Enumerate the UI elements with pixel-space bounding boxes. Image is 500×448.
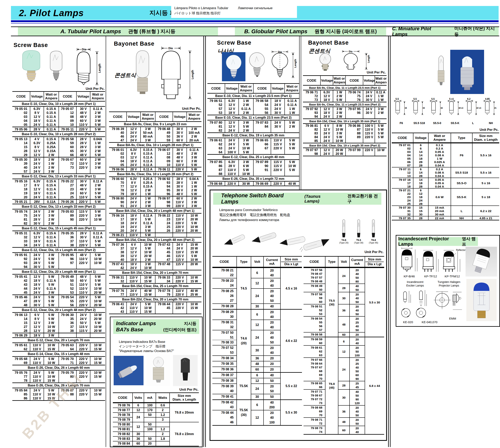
indicator-title: Indicator Lamps [116,320,156,327]
projector-diagram-kptf [421,249,440,274]
table-row: 69110 V10 W71220 V15 W [12,361,105,365]
table-row: 79 07 0160.1 AF65.5 x 16 [392,143,499,147]
b-screw-heading: Screw Base [217,39,251,46]
table-subheading: Base BA-15d, Clear, Dia, 20 x Length 48 … [109,208,202,214]
projector-lamps-box: Incandescent Projector Lamps 영사 램프 Refle… [396,235,500,327]
halogen-caption: Tungsten Halogen Projector Lamps [433,280,465,287]
svg-text:5.5: 5.5 [413,97,417,100]
table-row: 79 07 9212 V3 W79 07 9524 V3 W [303,107,387,111]
telephone-table-left: CODETypeVoltCurrentmASize mmDia x Lgt79 … [212,256,302,426]
svg-text:16: 16 [405,107,407,109]
telephone-unit-label: Unit Per Pc. [340,250,384,254]
table-row: 4724 V3 W5960 V20 mA [109,138,202,143]
table-row: 5318 V2 W5630 V1 W [207,111,299,115]
table-subheading: Base E-12, Clear, Dia, 20 x Length 70 mm [12,338,105,343]
table-row: 79 05 4112 V5 W79 05 4948 V5 W [12,274,105,279]
table-row: 0524 V0.11 A10110 V5 W [12,123,105,127]
a-screw-table: CODEVoltageWatt orAmpereCODEVoltageWatt … [12,91,105,401]
header-row: CODEVoltsmAWattsSize mmDiam. x Length [113,393,199,403]
table-subheading: Base BA-9s, Clear, Dia. 10 x Length 28 m… [109,143,202,148]
header-row: CODEVoltageWatt orAmpereCODEVoltageWatt … [207,84,299,93]
table-row: 9424 V2 W [303,115,387,119]
table-row: 7212 V2 W7524 V1 W [303,94,387,98]
table-row: 6224 V5 W66115 V5 W [207,142,299,146]
bayonet-globe-photo [317,52,333,72]
table-row: 2712 V10 W37115 V10 W [12,325,105,329]
table-row: 79 07 1160.2 AS5.5 S185.5 x 16 [392,167,499,171]
table-row: 2912 V2 W6648 V5 W [12,153,105,157]
table-row: 158 V0.25A6028 V3 W [12,145,105,149]
table-subheading: Base E-26, Clear, Dia. 35 x Length 72 mm [207,176,299,182]
c-unit-label: Unit Per Pc. [459,128,499,132]
tubular-bulb-diagram: DiaLength [67,47,105,87]
svg-text:6.2: 6.2 [467,97,470,100]
table-row: 3212 V0.11 A3630 V0.11 A [12,235,105,239]
table-row: 3812 V10 W45110 V15 W [109,250,202,254]
table-subheading: Base BA-9s, Clear, Dia. 9 x Length 23 mm [109,122,202,127]
table-subheading: Base E-10, Clear, Dia, 10 x Length 28 mm… [12,102,105,107]
table-row: 4624 V80 mA5036 V2 W [109,135,202,138]
table-row: 9124 V3 W99220 V3 W [109,204,202,208]
table-row: 79 07 5679 08 4779 07 5779 08 48T5.5(30)… [304,268,384,284]
header-row: CODEVoltageWatt orAmpereCODEVoltageWatt … [12,92,105,101]
table-row: 3424 V0.11 A38220 V5 W [12,243,105,247]
table-subheading: Base E-10, Clear, Dia. 11 x Length 23.5 … [207,94,299,99]
section-c-band: C. Miniature Pilot Lamps 미니츄어 (작은) 지시등 [392,27,499,36]
table-row: 4524 V3 W53110 V20 W [12,290,105,295]
table-row: 2024 V0.11 A25110 V5 W [12,195,105,200]
table-row: 2812 V20 W38115 V20 W [12,329,105,333]
tubular-bulb-photo-clear [47,50,65,86]
table-row: 028 V0.15 A1248 V2 W [12,111,105,115]
table-row: 5212 V2 W5424 V0.11 A [207,103,299,107]
table-row: 178 V0.15 A2748 V2 W [12,183,105,187]
label-ke020: KE-020 [399,320,417,324]
header-row: CODETypeVoltCurrentmASize mmDia x Lgt [304,256,384,267]
table-row: 4728 V5 W55220 V10 W [12,299,105,303]
table-row: 3712 V5 W4424 V20 W [109,246,202,250]
table-row: 1718 V5 W23110 V20 W [109,217,202,221]
svg-text:4.85: 4.85 [485,97,490,100]
table-row: 79 06 0628 V0.11 A79 06 11220 V5 W [109,167,202,172]
miniature-diagrams-row: 5.516F65.516S5.5 S185.516S5.5-05 ±118 ±1… [393,97,499,125]
telephone-table-right: CODETypeVoltCurrentmASize mmDia x Lgt79 … [304,256,384,435]
table-subheading: Base BA-9s, Clear, Dia. 11 x Length 23.5… [303,102,387,107]
svg-text:22 ±1: 22 ±1 [476,107,481,109]
miniature-bulb-diagram: 5.516S5.5 S18 [411,97,427,125]
catalog-page: 2. Pilot Lamps 지시등 파이로트 램프 Lámpara Pilot… [0,0,500,448]
tubular-bulb-photo-green [19,49,44,86]
table-row: 79 07 7624 V40 W79 07 78110 V40 W [109,289,202,293]
table-subheading: Base E-12, Clear, Dia, 13 x Length 33 mm… [12,204,105,209]
table-row: 5724 V3 W [12,169,105,174]
table-row: 1824 V0.11 A24220 V5 W [109,221,202,225]
a-bayonet-unit-label: Unit Per Pc. [162,107,201,111]
projector-title-band: Incandescent Projector Lamps 영사 램프 [398,237,478,246]
telephone-lamps-box: Telephone Switch Board Lamps (Taunus Lam… [210,190,387,441]
section-a-title-korean: 관형 (튜브형 ) 지시등 [128,28,175,35]
table-row: 1918 V0.11 A2460 V5 W [12,191,105,195]
indicator-title-korean: 지시등 [184,321,196,326]
table-row: 2812 V0.15A6530 V2 W [12,149,105,153]
miniature-bulb-diagram: 5.516S5.5-0 [429,97,445,125]
table-row: 028 V0.15 A1248 V2 W [109,152,202,156]
b-bayonet-heading: Bayonet Base [308,39,349,46]
table-row: 79 07 4118 V3 W79 07 48115 V20 W [109,262,202,266]
header-row: CODETypeVoltCurrentmASize mmDia x Lgt [212,256,302,267]
svg-text:16: 16 [440,107,443,109]
bayonet-globe-diagram: DiaLength [336,50,378,72]
svg-text:Dia: Dia [349,50,353,53]
svg-text:Length: Length [191,70,194,79]
svg-text:16: 16 [422,107,425,109]
a-bayonet-korean: 콘센트식 [114,72,136,79]
a-bayonet-heading: Bayonet Base [114,40,155,47]
table-row: 9224 V5 W96110 V10 W [12,257,105,261]
indicator-descriptions: Lámpara Indicadora BA7s Base インジケーターランプ … [119,339,194,353]
table-subheading: Base BA-15d, Clear, Dia, 20 x Length 48 … [109,238,202,243]
table-row: 4024 V2 W73220 V3 W [12,165,105,169]
table-row: 8628 V6 W90115 V10 W [207,164,299,168]
table-row: 8230 V2 W [12,221,105,226]
table-row: 4830 V5 W56220 V20 W [12,303,105,307]
svg-text:18 ±1: 18 ±1 [458,107,463,109]
table-row: 79 05 316.3V0.15 A79 05 3528 V0.11 A [12,231,105,235]
exciter-caption: Incandescent Exciter Lamps [401,280,430,287]
table-row: 79 07 9712 V20 W79 07 99220 V10 W [303,148,387,152]
